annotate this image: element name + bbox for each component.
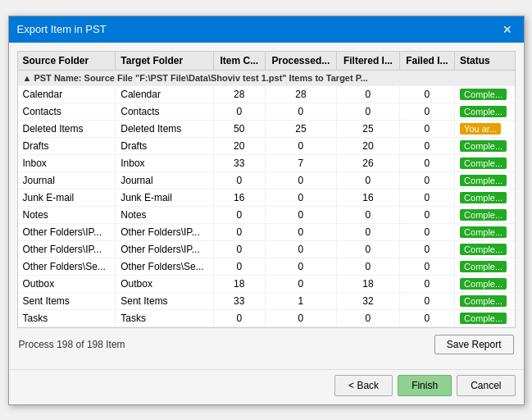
status-cell: Comple... (455, 258, 515, 275)
table-cell: 0 (399, 275, 454, 292)
table-row: Deleted ItemsDeleted Items5025250You ar.… (18, 120, 515, 137)
table-cell: 25 (265, 120, 337, 137)
table-cell: 0 (399, 292, 454, 309)
table-container: Source Folder Target Folder Item C... Pr… (17, 51, 516, 328)
table-cell: Outbox (116, 275, 214, 292)
table-cell: Outbox (18, 275, 116, 292)
close-button[interactable]: ✕ (499, 21, 516, 38)
table-cell: 28 (265, 85, 337, 103)
table-row: NotesNotes0000Comple... (18, 206, 515, 223)
status-cell: Comple... (455, 154, 515, 171)
table-cell: 0 (265, 137, 337, 154)
cancel-button[interactable]: Cancel (457, 375, 515, 396)
col-header-source: Source Folder (18, 52, 116, 71)
finish-button[interactable]: Finish (398, 375, 452, 396)
col-header-processed: Processed... (265, 52, 337, 71)
table-cell: 33 (214, 154, 266, 171)
table-cell: Contacts (116, 103, 214, 120)
table-cell: Junk E-mail (18, 189, 116, 206)
status-cell: Comple... (455, 171, 515, 189)
table-cell: Sent Items (18, 292, 116, 309)
table-cell: 25 (337, 120, 399, 137)
status-badge: Comple... (460, 313, 507, 324)
save-report-button[interactable]: Save Report (434, 335, 514, 354)
export-dialog: Export Item in PST ✕ Source Folder Targe… (8, 16, 525, 405)
table-cell: 0 (399, 223, 454, 240)
table-cell: 0 (214, 258, 266, 275)
table-cell: Junk E-mail (116, 189, 214, 206)
status-cell: Comple... (455, 275, 515, 292)
table-cell: 0 (337, 223, 399, 240)
footer-bar: Process 198 of 198 Item Save Report (17, 328, 516, 361)
table-cell: 33 (214, 292, 266, 309)
status-badge: Comple... (460, 278, 507, 290)
table-cell: 0 (399, 309, 454, 326)
table-cell: 0 (399, 85, 454, 103)
table-cell: 18 (214, 275, 266, 292)
table-cell: Journal (18, 171, 116, 189)
table-cell: Notes (116, 206, 214, 223)
table-row: DraftsDrafts200200Comple... (18, 137, 515, 154)
bottom-buttons: < Back Finish Cancel (9, 369, 524, 404)
table-body: ▲ PST Name: Source File "F:\PST File\Dat… (18, 70, 515, 326)
table-cell: 1 (265, 292, 337, 309)
dialog-body: Source Folder Target Folder Item C... Pr… (9, 43, 524, 369)
table-cell: 0 (399, 120, 454, 137)
table-row: ContactsContacts0000Comple... (18, 103, 515, 120)
col-header-target: Target Folder (116, 52, 214, 71)
col-header-item: Item C... (214, 52, 266, 71)
status-cell: You ar... (455, 120, 515, 137)
table-cell: 0 (337, 206, 399, 223)
status-badge: Comple... (460, 192, 507, 203)
status-badge: Comple... (460, 209, 507, 221)
table-cell: Other Folders\IP... (18, 223, 116, 240)
process-text: Process 198 of 198 Item (19, 339, 125, 350)
status-badge: Comple... (460, 158, 507, 169)
table-cell: 20 (214, 137, 266, 154)
col-header-failed: Failed I... (399, 52, 454, 71)
status-badge: Comple... (460, 106, 507, 117)
table-cell: 32 (337, 292, 399, 309)
table-cell: Deleted Items (116, 120, 214, 137)
table-row: InboxInbox337260Comple... (18, 154, 515, 171)
status-cell: Comple... (455, 206, 515, 223)
table-cell: 0 (265, 223, 337, 240)
table-cell: 28 (214, 85, 266, 103)
table-row: Other Folders\IP...Other Folders\IP...00… (18, 223, 515, 240)
table-cell: 20 (337, 137, 399, 154)
table-cell: Sent Items (116, 292, 214, 309)
table-cell: Other Folders\IP... (116, 240, 214, 258)
table-row: Junk E-mailJunk E-mail160160Comple... (18, 189, 515, 206)
table-cell: 0 (214, 223, 266, 240)
status-cell: Comple... (455, 292, 515, 309)
table-cell: 18 (337, 275, 399, 292)
table-cell: 0 (337, 85, 399, 103)
table-cell: 0 (265, 240, 337, 258)
table-cell: Inbox (18, 154, 116, 171)
table-cell: Other Folders\IP... (116, 223, 214, 240)
table-row: TasksTasks0000Comple... (18, 309, 515, 326)
table-cell: 0 (214, 103, 266, 120)
table-cell: 0 (265, 206, 337, 223)
table-row: Other Folders\Se...Other Folders\Se...00… (18, 258, 515, 275)
table-cell: 0 (399, 154, 454, 171)
table-cell: Inbox (116, 154, 214, 171)
table-cell: 0 (399, 171, 454, 189)
status-badge: Comple... (460, 295, 507, 307)
table-cell: Drafts (18, 137, 116, 154)
table-cell: 0 (265, 275, 337, 292)
table-cell: Drafts (116, 137, 214, 154)
table-row: JournalJournal0000Comple... (18, 171, 515, 189)
table-cell: 0 (337, 258, 399, 275)
table-cell: 0 (337, 240, 399, 258)
back-button[interactable]: < Back (334, 375, 393, 396)
group-header-row: ▲ PST Name: Source File "F:\PST File\Dat… (18, 70, 515, 85)
table-cell: Tasks (18, 309, 116, 326)
table-cell: 7 (265, 154, 337, 171)
table-cell: 0 (214, 240, 266, 258)
table-header-row: Source Folder Target Folder Item C... Pr… (18, 52, 515, 71)
table-cell: Tasks (116, 309, 214, 326)
table-cell: Notes (18, 206, 116, 223)
status-cell: Comple... (455, 137, 515, 154)
table-cell: 16 (337, 189, 399, 206)
